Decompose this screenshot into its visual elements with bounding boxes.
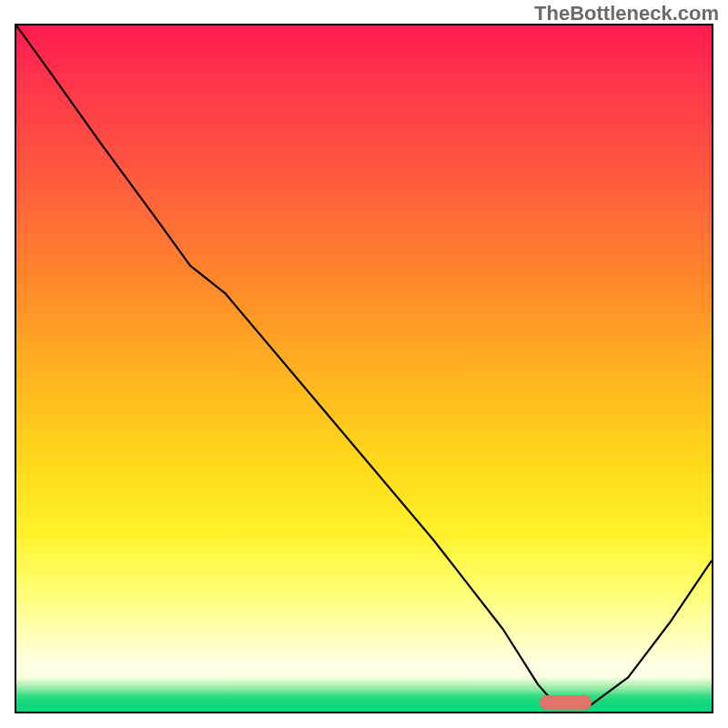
chart-plot-area (15, 24, 713, 713)
bottleneck-curve-line (16, 25, 712, 708)
watermark-label: TheBottleneck.com (534, 2, 719, 25)
optimal-marker (540, 695, 592, 711)
chart-svg (16, 25, 712, 712)
